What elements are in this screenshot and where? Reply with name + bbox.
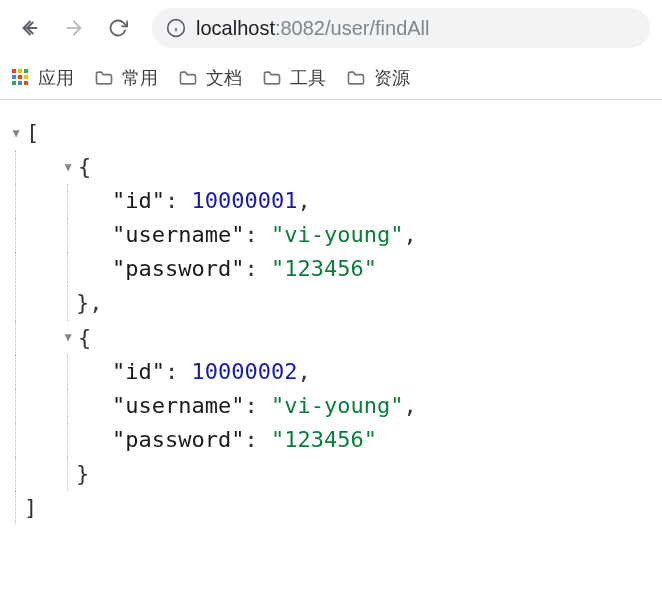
folder-icon	[262, 68, 282, 88]
browser-toolbar: localhost:8082/user/findAll	[0, 0, 662, 56]
folder-icon	[178, 68, 198, 88]
json-array-close: ]	[8, 491, 654, 525]
json-property: "id": 10000001,	[8, 184, 654, 218]
back-button[interactable]	[12, 10, 48, 46]
json-property: "username": "vi-young",	[8, 218, 654, 252]
json-property: "id": 10000002,	[8, 355, 654, 389]
json-object-close: }	[8, 457, 654, 491]
apps-label: 应用	[38, 66, 74, 90]
bookmark-folder[interactable]: 常用	[94, 66, 158, 90]
json-property: "password": "123456"	[8, 252, 654, 286]
folder-icon	[346, 68, 366, 88]
forward-button[interactable]	[56, 10, 92, 46]
apps-shortcut[interactable]: 应用	[12, 66, 74, 90]
json-object-open: ▼{	[8, 321, 654, 355]
address-text: localhost:8082/user/findAll	[196, 17, 430, 40]
info-icon[interactable]	[166, 18, 186, 38]
apps-icon	[12, 69, 30, 87]
json-property: "username": "vi-young",	[8, 389, 654, 423]
json-viewer: ▼[ ▼{ "id": 10000001, "username": "vi-yo…	[0, 100, 662, 541]
bookmarks-bar: 应用 常用 文档 工具 资源	[0, 56, 662, 100]
bookmark-folder[interactable]: 文档	[178, 66, 242, 90]
folder-icon	[94, 68, 114, 88]
bookmark-folder[interactable]: 工具	[262, 66, 326, 90]
json-object-open: ▼{	[8, 150, 654, 184]
reload-button[interactable]	[100, 10, 136, 46]
toggle-icon[interactable]: ▼	[8, 124, 24, 143]
json-array-open: ▼[	[8, 116, 654, 150]
toggle-icon[interactable]: ▼	[60, 328, 76, 347]
json-object-close: },	[8, 286, 654, 320]
toggle-icon[interactable]: ▼	[60, 158, 76, 177]
json-property: "password": "123456"	[8, 423, 654, 457]
address-bar[interactable]: localhost:8082/user/findAll	[152, 8, 650, 48]
bookmark-folder[interactable]: 资源	[346, 66, 410, 90]
